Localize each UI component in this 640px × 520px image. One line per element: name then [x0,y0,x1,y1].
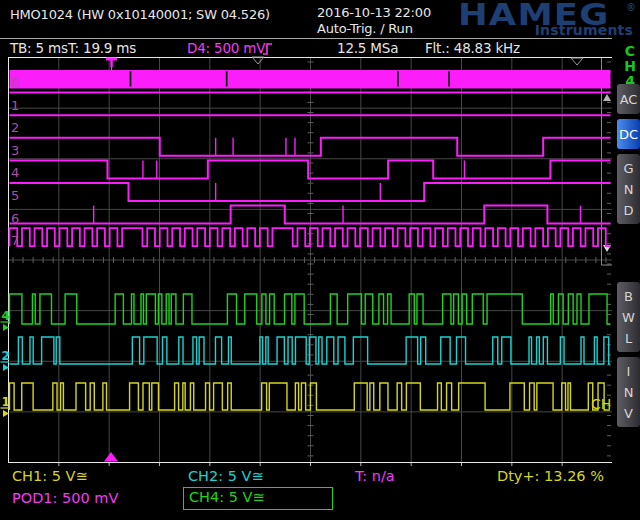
wave-ch2 [10,337,611,364]
trigger-level-marker-icon [252,57,264,64]
scope-display: 01234567421CH, [0,0,640,520]
channel-marker-ch1: 1 [1,395,10,417]
trigger-time-marker-bottom [104,452,118,462]
wave-d0 [10,70,611,89]
sidebar-channel-title: CH4 [622,44,638,89]
sidebar-button-dc[interactable]: DC [617,119,640,149]
svg-text:2: 2 [2,349,10,363]
wave-ch1 [10,383,611,410]
channel-marker-ch2: 2 [1,349,10,371]
digital-channel-label-3: 3 [11,143,19,158]
bottom-pod1-label: POD1: 500 mV [12,490,118,506]
wave-ch4 [10,294,611,324]
wave-d7 [10,228,611,246]
sidebar-button-ac[interactable]: AC [617,84,640,114]
bottom-ch4-label: CH4: 5 V≅ [189,489,265,505]
digital-channel-label-0: 0 [11,75,19,90]
channel-marker-ch4: 4 [1,309,10,331]
digital-channel-label-2: 2 [11,120,19,135]
sidebar-button-gnd[interactable]: GND [617,154,640,224]
bottom-ch4-box: CH4: 5 V≅ [183,487,333,510]
softmenu-sidebar: CH4 ACDCGNDBWLINV [612,38,640,520]
bottom-duty-label: Dty+: 13.26 % [497,468,604,484]
trigger-markers [104,57,583,462]
scrollbar-up-icon[interactable] [603,94,611,101]
reference-marker-icon [571,58,583,65]
sidebar-button-inv[interactable]: INV [617,357,640,427]
digital-channel-label-4: 4 [11,165,19,180]
bottom-trigger-freq-label: T: n/a [355,468,395,484]
digital-channel-label-7: 7 [11,233,19,248]
svg-text:1: 1 [2,395,10,409]
sidebar-button-bwl[interactable]: BWL [617,282,640,352]
digital-channel-label-6: 6 [11,211,19,226]
bottom-ch2-label: CH2: 5 V≅ [188,468,264,484]
svg-text:4: 4 [2,309,10,323]
digital-channel-label-1: 1 [11,98,19,113]
digital-channel-label-5: 5 [11,188,19,203]
bottom-ch1-label: CH1: 5 V≅ [12,468,88,484]
